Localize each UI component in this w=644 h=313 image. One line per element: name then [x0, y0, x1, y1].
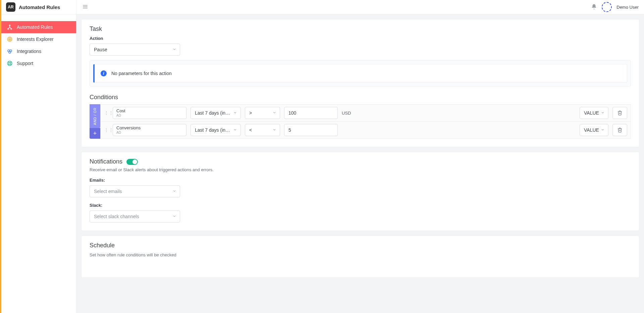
conditions-rows: ⋮⋮ Cost AD Last 7 days (includin... >: [100, 104, 631, 139]
value-input[interactable]: [284, 124, 338, 136]
condition-row: ⋮⋮ Conversions AD Last 7 days (includin.…: [100, 122, 631, 139]
notifications-card: Notifications Receive email or Slack ale…: [81, 152, 639, 231]
svg-point-2: [11, 28, 12, 29]
info-text: No parameters for this action: [111, 71, 172, 76]
svg-point-10: [9, 62, 11, 64]
task-card: Task Action Pause i No parameters for th…: [81, 19, 639, 147]
delete-condition-button[interactable]: [612, 107, 627, 119]
emails-select[interactable]: Select emails: [90, 185, 180, 197]
chevron-down-icon: [172, 189, 176, 194]
nav: Automated Rules Interests Explorer Integ…: [1, 14, 76, 69]
hamburger-icon[interactable]: [82, 3, 89, 11]
support-icon: [7, 60, 13, 66]
avatar[interactable]: [602, 2, 612, 12]
chevron-down-icon: [601, 110, 605, 116]
metric-level: AD: [116, 131, 183, 134]
info-banner: i No parameters for this action: [93, 64, 627, 83]
operator-value: >: [249, 110, 252, 116]
nav-label: Integrations: [17, 49, 41, 54]
timeframe-select[interactable]: Last 7 days (includin...: [191, 107, 241, 119]
task-title: Task: [90, 25, 631, 33]
nav-label: Interests Explorer: [17, 37, 54, 42]
schedule-card: Schedule Set how often rule conditions w…: [81, 236, 639, 278]
conditions-left: AND / OR +: [90, 104, 100, 139]
drag-handle-icon[interactable]: ⋮⋮: [104, 128, 109, 132]
svg-point-5: [9, 39, 10, 40]
nav-label: Support: [17, 61, 33, 66]
svg-point-0: [9, 25, 10, 26]
slack-label: Slack:: [90, 203, 631, 208]
chevron-down-icon: [233, 110, 237, 116]
metric-level: AD: [116, 114, 183, 117]
emails-label: Emails:: [90, 178, 631, 183]
nav-label: Automated Rules: [17, 24, 53, 30]
chevron-down-icon: [233, 127, 237, 133]
timeframe-value: Last 7 days (includin...: [195, 110, 230, 116]
info-icon: i: [101, 70, 107, 76]
nav-support[interactable]: Support: [1, 57, 76, 69]
conditions: AND / OR + ⋮⋮ Cost AD Last 7 day: [90, 104, 631, 139]
bell-icon[interactable]: [591, 4, 597, 11]
sidebar: AR Automated Rules Automated Rules Inter…: [1, 0, 76, 313]
notifications-title: Notifications: [90, 158, 122, 165]
target-icon: [7, 36, 13, 42]
chevron-down-icon: [272, 110, 276, 116]
metric-select[interactable]: Conversions AD: [113, 124, 186, 136]
action-value: Pause: [94, 47, 107, 52]
chevron-down-icon: [601, 127, 605, 133]
brand: AR Automated Rules: [1, 0, 76, 14]
value-input[interactable]: [284, 107, 338, 119]
svg-point-1: [8, 28, 9, 29]
chevron-down-icon: [272, 127, 276, 133]
operator-value: <: [249, 127, 252, 133]
topbar: Demo User: [76, 0, 644, 14]
chevron-down-icon: [172, 47, 176, 52]
slack-select[interactable]: Select slack channels: [90, 210, 180, 223]
value-type-select[interactable]: VALUE: [580, 107, 608, 119]
emails-placeholder: Select emails: [94, 189, 122, 194]
integrations-icon: [7, 48, 13, 54]
notifications-description: Receive email or Slack alerts about trig…: [90, 167, 631, 172]
operator-select[interactable]: >: [245, 107, 280, 119]
trash-icon: [617, 110, 623, 116]
timeframe-value: Last 7 days (includin...: [195, 127, 230, 133]
metric-name: Conversions: [116, 126, 183, 130]
nav-interests-explorer[interactable]: Interests Explorer: [1, 33, 76, 45]
main: Demo User Task Action Pause i No paramet…: [76, 0, 644, 313]
brand-badge: AR: [6, 2, 15, 12]
action-select[interactable]: Pause: [90, 44, 180, 56]
timeframe-select[interactable]: Last 7 days (includin...: [191, 124, 241, 136]
schedule-description: Set how often rule conditions will be ch…: [90, 252, 631, 257]
nav-integrations[interactable]: Integrations: [1, 45, 76, 57]
value-type: VALUE: [584, 110, 599, 116]
value-type: VALUE: [584, 127, 599, 133]
operator-select[interactable]: <: [245, 124, 280, 136]
metric-name: Cost: [116, 109, 183, 113]
action-label: Action: [90, 36, 631, 41]
condition-row: ⋮⋮ Cost AD Last 7 days (includin... >: [100, 104, 631, 122]
info-banner-wrap: i No parameters for this action: [90, 60, 631, 86]
brand-name: Automated Rules: [19, 4, 60, 10]
unit-label: USD: [342, 111, 357, 116]
svg-point-8: [9, 51, 11, 53]
slack-placeholder: Select slack channels: [94, 214, 139, 219]
nav-automated-rules[interactable]: Automated Rules: [1, 21, 76, 33]
drag-handle-icon[interactable]: ⋮⋮: [104, 111, 109, 115]
schedule-title: Schedule: [90, 242, 631, 249]
rules-icon: [7, 24, 13, 30]
metric-select[interactable]: Cost AD: [113, 107, 186, 119]
add-condition-button[interactable]: +: [90, 128, 100, 139]
trash-icon: [617, 127, 623, 133]
value-type-select[interactable]: VALUE: [580, 124, 608, 136]
username: Demo User: [616, 5, 639, 10]
notifications-toggle[interactable]: [126, 159, 138, 165]
chevron-down-icon: [172, 214, 176, 219]
conditions-title: Conditions: [90, 94, 631, 101]
andor-toggle[interactable]: AND / OR: [90, 104, 100, 128]
delete-condition-button[interactable]: [612, 124, 627, 136]
content[interactable]: Task Action Pause i No parameters for th…: [76, 14, 644, 313]
